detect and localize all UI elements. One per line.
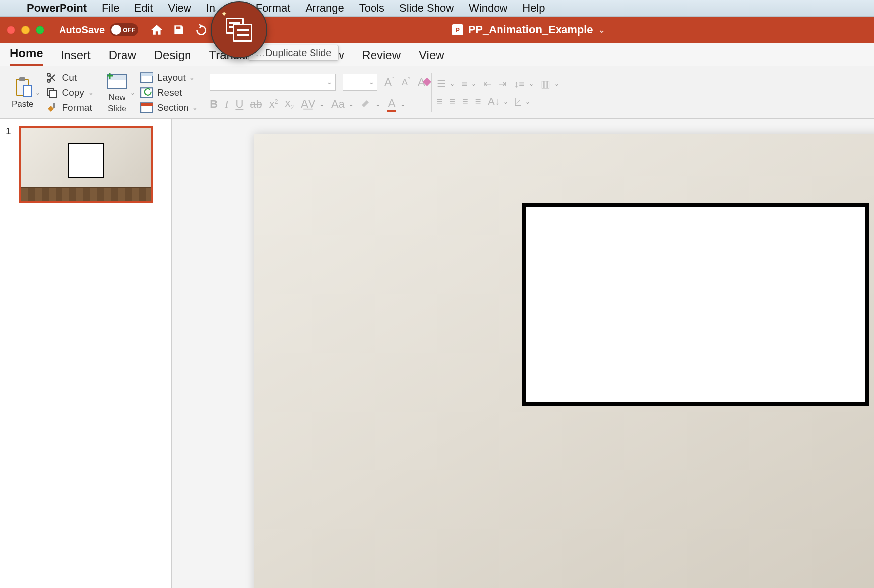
font-name-combo[interactable]: ⌄	[210, 74, 336, 91]
columns-button[interactable]: ▥	[541, 78, 550, 90]
svg-rect-1	[19, 77, 25, 81]
chevron-down-icon: ⌄	[189, 74, 195, 81]
autosave-toggle[interactable]: OFF	[110, 23, 138, 36]
subscript-button[interactable]: x2	[285, 97, 294, 111]
underline-button[interactable]: U	[235, 98, 243, 111]
undo-button[interactable]	[193, 22, 208, 37]
svg-rect-14	[141, 103, 153, 106]
svg-rect-2	[23, 85, 31, 96]
window-titlebar: AutoSave OFF ⌄ P PP_Animation_Example ⌄	[0, 17, 874, 43]
shrink-font-button[interactable]: A˅	[402, 77, 411, 88]
slide-canvas[interactable]	[254, 134, 874, 588]
align-center-button[interactable]: ≡	[449, 96, 455, 107]
duplicate-slide-qat-button[interactable]: ✦	[211, 1, 267, 58]
menu-help[interactable]: Help	[522, 2, 545, 15]
paste-button[interactable]: Paste	[12, 76, 33, 109]
menu-view[interactable]: View	[168, 2, 191, 15]
copy-icon	[45, 87, 58, 99]
new-slide-dropdown-icon[interactable]: ⌄	[130, 89, 135, 96]
close-window-button[interactable]	[7, 26, 15, 34]
save-button[interactable]	[171, 22, 186, 37]
menu-edit[interactable]: Edit	[134, 2, 153, 15]
chevron-down-icon: ⌄	[369, 78, 374, 86]
format-painter-button[interactable]: Format	[45, 102, 93, 114]
group-paragraph: ☰⌄ ≡⌄ ⇤ ⇥ ↕≡⌄ ▥⌄ ≡ ≡ ≡ ≡ A↓⌄ ⍁⌄	[431, 69, 565, 116]
superscript-button[interactable]: x2	[269, 98, 278, 111]
decrease-indent-button[interactable]: ⇤	[483, 78, 492, 90]
justify-button[interactable]: ≡	[475, 96, 481, 107]
tab-review[interactable]: Review	[362, 48, 401, 66]
text-direction-button[interactable]: A↓	[488, 96, 499, 107]
scissors-icon	[45, 72, 58, 84]
layout-button[interactable]: Layout ⌄	[140, 72, 198, 84]
new-slide-button[interactable]: New Slide	[106, 72, 128, 114]
tab-draw[interactable]: Draw	[109, 48, 136, 66]
chevron-down-icon: ⌄	[88, 89, 94, 96]
duplicate-slide-icon	[226, 18, 252, 42]
menu-file[interactable]: File	[102, 2, 119, 15]
svg-rect-6	[50, 90, 56, 98]
menu-slideshow[interactable]: Slide Show	[399, 2, 454, 15]
tab-view[interactable]: View	[419, 48, 444, 66]
slide-thumbnail-pane[interactable]: 1	[0, 119, 172, 588]
autosave-label: AutoSave	[59, 24, 105, 36]
document-title[interactable]: P PP_Animation_Example ⌄	[452, 23, 605, 36]
minimize-window-button[interactable]	[21, 26, 30, 34]
section-icon	[140, 102, 153, 114]
section-button[interactable]: Section ⌄	[140, 102, 198, 114]
bold-button[interactable]: B	[210, 98, 218, 111]
slide-number: 1	[6, 126, 14, 203]
chevron-down-icon: ⌄	[327, 78, 332, 86]
font-size-combo[interactable]: ⌄	[343, 74, 377, 91]
copy-button[interactable]: Copy ⌄	[45, 87, 93, 99]
align-right-button[interactable]: ≡	[462, 96, 468, 107]
align-text-button[interactable]: ⍁	[515, 96, 521, 107]
group-slides: New Slide ⌄ Layout ⌄ Reset Section ⌄	[100, 69, 204, 116]
home-button[interactable]	[149, 22, 164, 37]
ribbon-home: Paste ⌄ Cut Copy ⌄ Format	[0, 66, 874, 119]
tab-home[interactable]: Home	[10, 46, 43, 66]
picture-frame-shape[interactable]	[522, 203, 869, 406]
numbering-button[interactable]: ≡	[462, 78, 468, 90]
clear-formatting-button[interactable]: A◆	[418, 76, 425, 89]
line-spacing-button[interactable]: ↕≡	[514, 78, 525, 90]
strikethrough-button[interactable]: ab	[250, 98, 262, 111]
autosave-control[interactable]: AutoSave OFF	[59, 23, 138, 36]
italic-button[interactable]: I	[225, 98, 228, 111]
font-color-button[interactable]: A	[387, 97, 397, 112]
increase-indent-button[interactable]: ⇥	[499, 78, 507, 90]
reset-button[interactable]: Reset	[140, 87, 198, 99]
zoom-window-button[interactable]	[36, 26, 44, 34]
bullets-button[interactable]: ☰	[437, 78, 446, 90]
slide-thumbnail-image[interactable]	[19, 126, 153, 203]
group-font: ⌄ ⌄ A˄ A˅ A◆ B I U ab x2 x2 A͟V⌄ Aa⌄ ⌄ A…	[204, 69, 431, 116]
slide-thumbnail-1[interactable]: 1	[6, 126, 165, 203]
window-controls	[7, 26, 44, 34]
layout-icon	[140, 72, 153, 84]
chevron-down-icon: ⌄	[598, 25, 605, 35]
change-case-button[interactable]: Aa	[331, 98, 345, 111]
menu-window[interactable]: Window	[469, 2, 507, 15]
paste-dropdown-icon[interactable]: ⌄	[35, 89, 40, 96]
highlight-button[interactable]	[361, 97, 372, 111]
grow-font-button[interactable]: A˄	[384, 76, 395, 89]
cut-button[interactable]: Cut	[45, 72, 93, 84]
tab-insert[interactable]: Insert	[61, 48, 91, 66]
mac-menubar: PowerPoint File Edit View Insert Format …	[0, 0, 874, 17]
paintbrush-icon	[45, 102, 58, 114]
svg-rect-11	[141, 73, 153, 76]
group-clipboard: Paste ⌄ Cut Copy ⌄ Format	[6, 69, 100, 116]
menu-tools[interactable]: Tools	[359, 2, 384, 15]
slide-canvas-area[interactable]	[172, 119, 874, 588]
duplicate-slide-tooltip: …Duplicate Slide	[248, 45, 339, 61]
character-spacing-button[interactable]: A͟V	[301, 98, 315, 111]
workspace: 1	[0, 119, 874, 588]
tab-design[interactable]: Design	[154, 48, 191, 66]
menu-arrange[interactable]: Arrange	[305, 2, 344, 15]
paste-label: Paste	[12, 99, 33, 109]
powerpoint-file-icon: P	[452, 24, 463, 35]
menu-insert[interactable]: Insert	[206, 2, 216, 15]
new-slide-label-1: New	[109, 93, 125, 103]
app-menu[interactable]: PowerPoint	[27, 2, 87, 15]
align-left-button[interactable]: ≡	[437, 96, 443, 107]
